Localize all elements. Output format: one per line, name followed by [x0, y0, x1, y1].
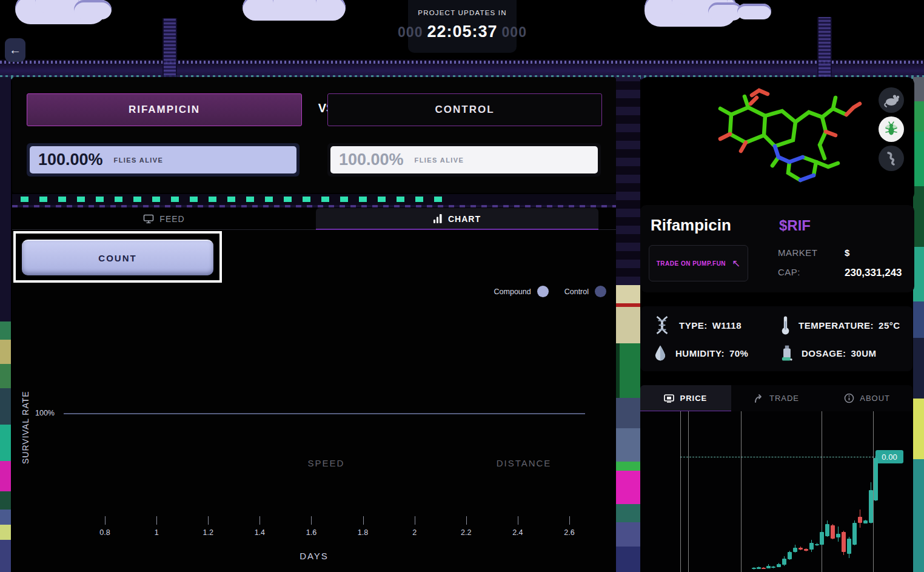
- token-symbol: $RIF: [779, 217, 811, 234]
- countdown-right-digits: 000: [502, 24, 527, 41]
- env-type-label: TYPE:: [679, 320, 708, 331]
- back-button[interactable]: ←: [5, 38, 25, 62]
- tab-feed[interactable]: FEED: [12, 208, 316, 229]
- x-tick-label: 2: [403, 528, 427, 537]
- price-candlestick-chart[interactable]: 0.00: [640, 411, 912, 572]
- candle-body: [771, 567, 775, 568]
- organism-fly-button[interactable]: [879, 116, 904, 142]
- env-temperature-label: TEMPERATURE:: [798, 320, 874, 331]
- trade-on-pumpfun-button[interactable]: TRADE ON PUMP.FUN ↖: [649, 245, 748, 281]
- env-temperature-value: 25°C: [879, 320, 900, 331]
- x-tick-label: 1: [144, 528, 169, 537]
- environment-stats-card: TYPE:W1118 TEMPERATURE:25°C HUMIDITY:70%: [640, 306, 912, 371]
- legend-compound-dot: [537, 286, 549, 297]
- x-tick-mark: [569, 516, 570, 525]
- candle-body: [869, 490, 873, 523]
- x-tick-label: 2.2: [454, 528, 478, 537]
- env-dosage-value: 30UM: [851, 348, 877, 358]
- tab-chart-label: CHART: [448, 214, 481, 224]
- cloud: [273, 0, 316, 12]
- tab-feed-label: FEED: [159, 214, 184, 224]
- candle-body: [874, 458, 878, 500]
- candle-body: [815, 544, 819, 545]
- tab-distance[interactable]: DISTANCE: [484, 458, 563, 468]
- token-name: Rifampicin: [651, 216, 731, 235]
- compound-survival-value: 100.00%: [38, 150, 103, 169]
- tab-count[interactable]: COUNT: [22, 240, 213, 275]
- background-pipe-tower: [817, 17, 832, 80]
- tab-speed[interactable]: SPEED: [290, 458, 363, 468]
- candle-body: [858, 517, 862, 523]
- back-arrow-icon: ←: [9, 43, 21, 57]
- x-tick-label: 1.6: [299, 528, 323, 537]
- bar-chart-icon: [434, 214, 443, 223]
- compound-survival-bar: 100.00% FLIES ALIVE: [27, 143, 300, 177]
- candle-body: [766, 566, 771, 568]
- price-gridline: [741, 411, 742, 572]
- market-cap-currency: $: [845, 247, 849, 258]
- legend-control[interactable]: Control: [564, 286, 606, 297]
- share-arrow-icon: [754, 393, 764, 403]
- tab-trade-label: TRADE: [769, 394, 799, 403]
- candle-body: [847, 539, 851, 554]
- thermometer-icon: [781, 315, 790, 335]
- molecule-panel: [640, 77, 914, 200]
- control-button[interactable]: CONTROL: [327, 93, 602, 126]
- price-gridline: [680, 411, 681, 572]
- dosage-icon: [781, 345, 793, 362]
- price-gridline: [822, 411, 822, 572]
- x-tick-label: 1.4: [247, 528, 272, 537]
- tab-chart[interactable]: CHART: [316, 208, 598, 229]
- organism-worm-button[interactable]: [879, 146, 904, 171]
- monitor-icon: [143, 214, 154, 224]
- price-tab-bar: PRICE TRADE ABOUT: [640, 385, 912, 412]
- cloud: [35, 0, 79, 13]
- background-pipe-tower: [162, 18, 177, 79]
- token-card: Rifampicin $RIF TRADE ON PUMP.FUN ↖ MARK…: [640, 205, 914, 292]
- tab-price-label: PRICE: [680, 394, 707, 403]
- x-tick-label: 1.8: [351, 528, 375, 537]
- market-cap-label-1: MARKET: [778, 247, 845, 258]
- tab-price[interactable]: PRICE: [640, 385, 731, 411]
- molecule-3d-view[interactable]: [640, 77, 914, 200]
- legend-compound[interactable]: Compound: [494, 286, 549, 297]
- tab-trade[interactable]: TRADE: [731, 385, 822, 411]
- compound-survival-fill: 100.00% FLIES ALIVE: [30, 146, 296, 173]
- view-tab-bar: FEED CHART: [12, 208, 616, 230]
- legend-control-label: Control: [564, 288, 589, 296]
- scoreboard-card: RIFAMPICIN VS CONTROL 100.00% FLIES ALIV…: [12, 77, 616, 193]
- current-price-line: [680, 457, 877, 457]
- cloud: [737, 4, 771, 19]
- countdown-time: 22:05:37: [427, 22, 497, 41]
- background-middle-strip: [616, 77, 640, 572]
- price-gridline: [688, 411, 689, 572]
- control-survival-label: FLIES ALIVE: [415, 156, 464, 164]
- cloud: [74, 0, 112, 19]
- candle-body: [831, 525, 835, 539]
- compound-button[interactable]: RIFAMPICIN: [27, 93, 302, 126]
- background-left-strip: [0, 77, 11, 572]
- pumpfun-arrow-icon: ↖: [732, 257, 740, 270]
- candle-body: [757, 567, 761, 569]
- candle-body: [793, 548, 797, 552]
- rat-icon: [883, 93, 900, 107]
- control-survival-value: 100.00%: [339, 150, 404, 169]
- candle-body: [762, 568, 766, 569]
- x-tick-mark: [259, 516, 260, 525]
- candle-body: [836, 534, 840, 537]
- env-humidity-label: HUMIDITY:: [675, 348, 725, 358]
- x-tick-mark: [105, 516, 105, 525]
- x-tick-mark: [466, 516, 467, 525]
- x-tick-label: 2.6: [557, 528, 581, 537]
- droplet-icon: [654, 345, 667, 362]
- info-icon: [844, 393, 854, 403]
- candle-body: [852, 523, 857, 545]
- tab-about[interactable]: ABOUT: [822, 385, 912, 411]
- candle-body: [788, 552, 792, 559]
- background-led-strip: [12, 194, 616, 207]
- env-humidity-value: 70%: [729, 348, 749, 358]
- organism-rat-button[interactable]: [879, 87, 904, 113]
- candle-body: [809, 543, 814, 550]
- market-cap-value: 230,331,243: [845, 267, 902, 279]
- current-price-tag: 0.00: [875, 450, 903, 463]
